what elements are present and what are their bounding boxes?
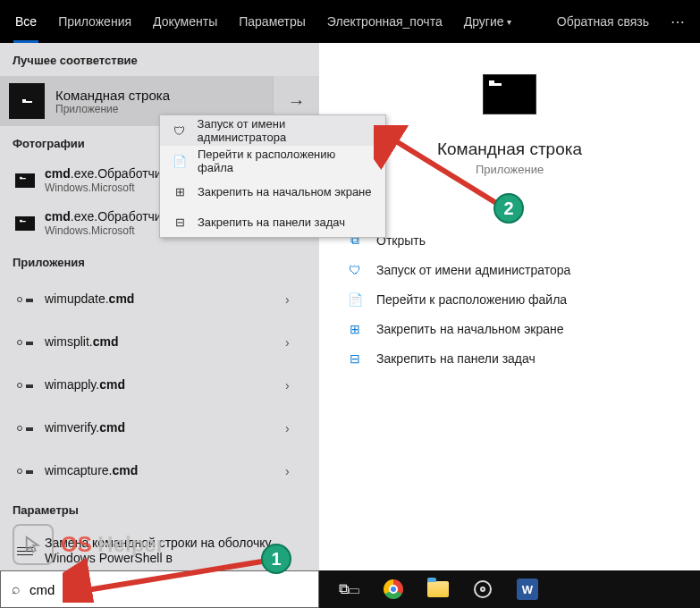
cursor-logo-icon [13,524,54,565]
folder-location-icon: 📄 [173,155,187,168]
action-pin-taskbar[interactable]: ⊟Закрепить на панели задач [346,343,700,373]
pin-start-icon: ⊞ [346,322,364,336]
script-icon [17,466,33,477]
admin-icon: 🛡 [173,124,187,138]
chevron-right-icon: › [285,292,307,307]
svg-line-0 [76,560,273,592]
tab-docs[interactable]: Документы [142,0,228,43]
action-file-location[interactable]: 📄Перейти к расположению файла [346,284,700,314]
more-icon[interactable]: ⋯ [660,13,696,30]
folder-location-icon: 📄 [346,292,364,307]
app-result[interactable]: wimverify.cmd› [0,407,319,450]
svg-line-1 [384,134,508,210]
best-match-title: Командная строка [55,88,273,103]
app-result[interactable]: wimcapture.cmd› [0,450,319,493]
annotation-badge-1: 1 [261,544,291,574]
cmd-icon [9,83,45,119]
context-menu: 🛡Запуск от имени администратора 📄Перейти… [159,114,386,238]
filter-tabs: Все Приложения Документы Параметры Элект… [0,0,700,43]
script-icon [17,337,33,348]
action-pin-start[interactable]: ⊞Закрепить на начальном экране [346,314,700,343]
best-match-subtitle: Приложение [55,103,273,115]
chevron-right-icon: › [285,421,307,435]
chevron-down-icon: ▾ [507,17,511,27]
chevron-right-icon: › [285,464,307,478]
arrow-right-icon: → [288,91,306,112]
cmd-large-icon [483,74,536,114]
chrome-icon[interactable] [382,578,405,601]
search-icon: ⌕ [12,581,21,597]
app-result[interactable]: wimupdate.cmd› [0,278,319,321]
script-icon [17,423,33,434]
tab-all[interactable]: Все [4,0,47,43]
script-icon [17,294,33,305]
pin-taskbar-icon: ⊟ [346,351,364,366]
feedback-link[interactable]: Обратная связь [546,0,660,43]
section-apps: Приложения [0,245,319,278]
cmd-icon [15,216,35,231]
ctx-pin-taskbar[interactable]: ⊟Закрепить на панели задач [160,207,385,237]
file-explorer-icon[interactable] [426,578,450,601]
annotation-arrow-1 [63,549,286,603]
word-icon[interactable]: W [516,578,539,601]
tab-email[interactable]: Электронная_почта [316,0,453,43]
chevron-right-icon: › [285,335,307,350]
cmd-icon [15,173,35,188]
tab-apps[interactable]: Приложения [47,0,142,43]
app-result[interactable]: wimsplit.cmd› [0,321,319,364]
app-result[interactable]: wimapply.cmd› [0,364,319,407]
action-open[interactable]: ⧉Открыть [346,225,700,255]
ctx-run-admin[interactable]: 🛡Запуск от имени администратора [160,115,385,146]
chevron-right-icon: › [285,378,307,393]
ctx-file-location[interactable]: 📄Перейти к расположению файла [160,146,385,176]
script-icon [17,380,33,391]
admin-icon: 🛡 [346,263,364,277]
pin-start-icon: ⊞ [173,185,187,198]
taskbar: ⧉▭ W [319,570,700,608]
ctx-pin-start[interactable]: ⊞Закрепить на начальном экране [160,176,385,207]
pin-taskbar-icon: ⊟ [173,215,187,229]
section-settings: Параметры [0,493,319,526]
annotation-badge-2: 2 [493,193,524,224]
action-run-admin[interactable]: 🛡Запуск от имени администратора [346,255,700,284]
settings-icon[interactable] [471,578,494,601]
tab-settings[interactable]: Параметры [228,0,316,43]
task-view-icon[interactable]: ⧉▭ [337,578,360,601]
tab-other[interactable]: Другие ▾ [453,0,523,43]
section-best-match: Лучшее соответствие [0,43,319,76]
